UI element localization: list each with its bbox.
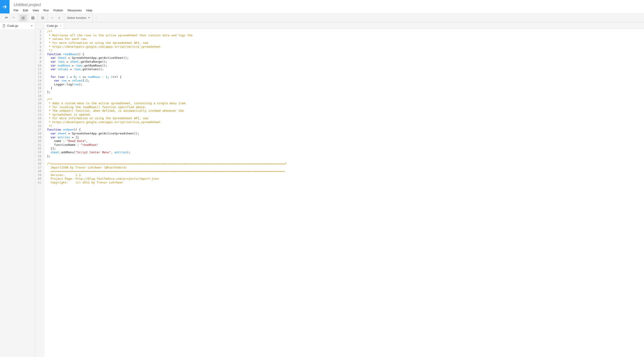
indent-button[interactable] [20,15,26,21]
code-line[interactable]: Project Page: http://blog.fastfedora.com… [47,177,287,181]
code-line[interactable]: } [47,86,287,90]
code-line[interactable]: }; [47,154,287,158]
code-line[interactable]: /** [47,30,287,34]
chevron-down-icon [88,17,90,19]
sidebar: Code.gs [0,22,35,357]
code-line[interactable]: /*======================================… [47,162,287,166]
code-line[interactable]: * https://developers.google.com/apps-scr… [47,120,287,124]
menubar: FileEditViewRunPublishResourcesHelp [14,8,92,13]
save-button[interactable] [30,15,36,21]
code-line[interactable] [47,158,287,162]
code-line[interactable]: var sheet = SpreadsheetApp.getActiveShee… [47,56,287,60]
menu-view[interactable]: View [32,8,39,13]
code-line[interactable]: }; [47,90,287,94]
toolbar: Select function [0,14,644,22]
code-line[interactable]: for (var i = 0; i <= numRows - 1; i++) { [47,75,287,79]
code-line[interactable]: ImportJSON by Trevor Lohrbeer (@FastFedo… [47,166,287,170]
chevron-down-icon[interactable] [31,25,33,26]
code-editor[interactable]: 1234567891011121314151617181920212223242… [35,29,644,357]
code-line[interactable]: */ [47,124,287,128]
tab-label: Code.gs [47,24,58,28]
code-line[interactable]: var row = values[i]; [47,79,287,83]
project-title[interactable]: Untitled project [14,3,92,7]
sidebar-file-label: Code.gs [7,24,18,28]
header: Untitled project FileEditViewRunPublishR… [0,0,644,14]
menu-edit[interactable]: Edit [23,8,28,13]
menu-help[interactable]: Help [86,8,92,13]
code-line[interactable]: var numRows = rows.getNumRows(); [47,64,287,68]
code-content[interactable]: /** * Retrieves all the rows in the acti… [44,29,287,357]
editor-tabs: Code.gs × [35,22,644,29]
svg-point-1 [58,17,60,19]
logo-icon[interactable] [0,0,10,14]
code-line[interactable]: var sheet = SpreadsheetApp.getActiveSpre… [47,132,287,136]
code-line[interactable]: * for invoking the readRows() function s… [47,105,287,109]
line-number-gutter: 1234567891011121314151617181920212223242… [35,29,44,357]
lightbulb-button[interactable] [93,15,100,21]
code-line[interactable]: }]; [47,147,287,151]
menu-run[interactable]: Run [43,8,49,13]
debug-button[interactable] [56,15,63,21]
code-line[interactable]: ========================================… [47,169,287,173]
code-line[interactable]: * https://developers.google.com/apps-scr… [47,45,287,49]
code-line[interactable]: Copyright: (c) 2012 by Trevor Lohrbeer [47,181,287,185]
run-button[interactable] [49,15,56,21]
menu-resources[interactable]: Resources [68,8,82,13]
code-line[interactable]: functionName : "readRows" [47,143,287,147]
code-line[interactable]: Logger.log(row); [47,83,287,87]
redo-button[interactable] [10,15,17,21]
menu-file[interactable]: File [14,8,18,13]
close-icon[interactable]: × [60,24,61,28]
editor-tab[interactable]: Code.gs × [44,23,64,29]
code-line[interactable]: var rows = sheet.getDataRange(); [47,60,287,64]
code-line[interactable]: * spreadsheet is opened. [47,113,287,117]
code-line[interactable]: Version: 1.1 [47,173,287,177]
select-function-dropdown[interactable]: Select function [64,14,93,22]
sidebar-file-item[interactable]: Code.gs [0,22,35,30]
code-line[interactable]: * For more information on using the Spre… [47,41,287,45]
code-line[interactable]: * The onOpen() function, when defined, i… [47,109,287,113]
code-line[interactable]: function onOpen() { [47,128,287,132]
code-line[interactable]: * Retrieves all the rows in the active s… [47,34,287,38]
file-icon [2,24,6,28]
code-line[interactable]: /** [47,98,287,102]
code-line[interactable] [47,94,287,98]
code-line[interactable]: * For more information on using the Spre… [47,117,287,120]
code-line[interactable]: sheet.addMenu("Script Center Menu", entr… [47,151,287,154]
triggers-button[interactable] [39,15,46,21]
code-line[interactable]: * Adds a custom menu to the active sprea… [47,102,287,105]
code-line[interactable] [47,71,287,75]
select-function-label: Select function [67,16,86,20]
code-line[interactable]: function readRows() { [47,53,287,56]
code-line[interactable]: */ [47,49,287,53]
code-line[interactable]: * values for each row. [47,37,287,41]
code-line[interactable]: name : "Read Data", [47,139,287,143]
undo-button[interactable] [3,15,10,21]
menu-publish[interactable]: Publish [53,8,63,13]
code-line[interactable]: var entries = [{ [47,136,287,139]
code-line[interactable]: var values = rows.getValues(); [47,68,287,71]
